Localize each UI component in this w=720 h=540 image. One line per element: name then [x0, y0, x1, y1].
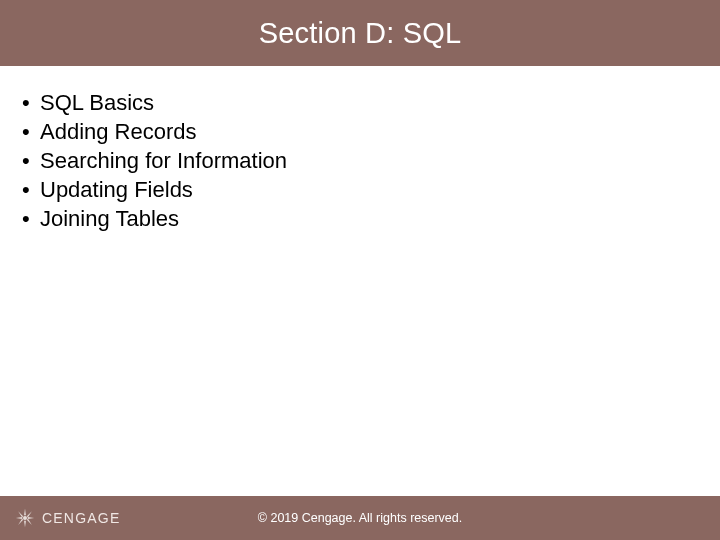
content-area: • SQL Basics • Adding Records • Searchin…: [0, 66, 720, 233]
bullet-list: • SQL Basics • Adding Records • Searchin…: [20, 88, 700, 233]
list-item: • Updating Fields: [20, 175, 700, 204]
title-band: Section D: SQL: [0, 0, 720, 66]
footer-band: CENGAGE © 2019 Cengage. All rights reser…: [0, 496, 720, 540]
bullet-icon: •: [20, 146, 40, 175]
list-item: • Joining Tables: [20, 204, 700, 233]
bullet-icon: •: [20, 175, 40, 204]
list-item: • Adding Records: [20, 117, 700, 146]
copyright-text: © 2019 Cengage. All rights reserved.: [258, 511, 462, 525]
brand-name: CENGAGE: [42, 510, 120, 526]
list-item-text: Updating Fields: [40, 175, 193, 204]
list-item-text: Adding Records: [40, 117, 197, 146]
list-item-text: Joining Tables: [40, 204, 179, 233]
slide-title: Section D: SQL: [259, 17, 462, 50]
list-item: • Searching for Information: [20, 146, 700, 175]
list-item: • SQL Basics: [20, 88, 700, 117]
starburst-icon: [14, 507, 36, 529]
bullet-icon: •: [20, 117, 40, 146]
brand-logo: CENGAGE: [0, 507, 120, 529]
list-item-text: Searching for Information: [40, 146, 287, 175]
bullet-icon: •: [20, 88, 40, 117]
bullet-icon: •: [20, 204, 40, 233]
svg-point-0: [23, 516, 27, 520]
list-item-text: SQL Basics: [40, 88, 154, 117]
